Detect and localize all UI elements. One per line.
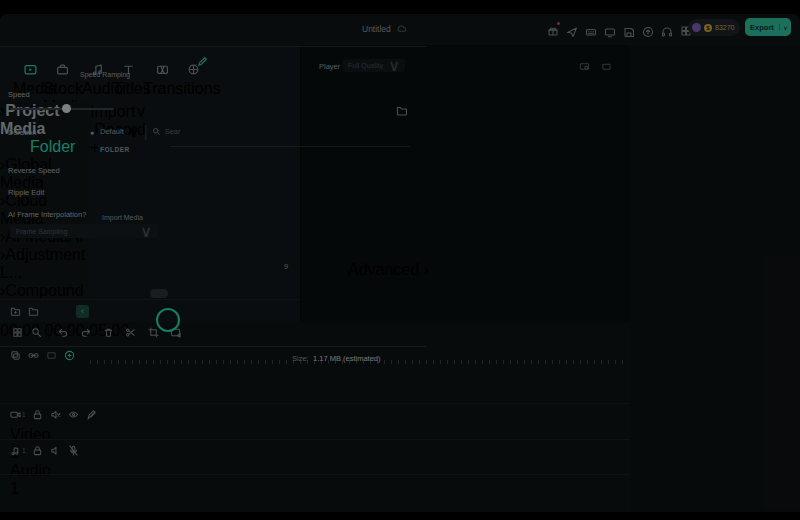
screen: Untitled $ 83270 Export ∨ — [0, 0, 800, 520]
modal-dim-overlay — [0, 14, 800, 512]
app-window: Untitled $ 83270 Export ∨ — [0, 14, 800, 512]
